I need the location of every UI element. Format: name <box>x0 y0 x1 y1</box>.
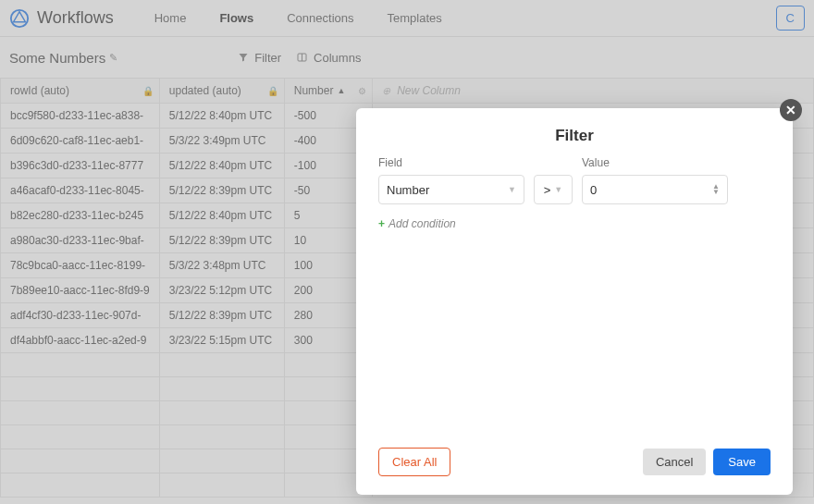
chevron-down-icon: ▼ <box>508 185 516 194</box>
field-select-value: Number <box>387 183 429 197</box>
filter-condition-row: Field Number ▼ > ▼ Value 0 ▲▼ <box>378 156 771 204</box>
modal-body: Field Number ▼ > ▼ Value 0 ▲▼ <box>356 156 793 433</box>
close-icon[interactable]: ✕ <box>780 99 802 121</box>
add-condition-label: Add condition <box>388 217 456 230</box>
save-button[interactable]: Save <box>713 449 771 475</box>
filter-modal: ✕ Filter Field Number ▼ > ▼ Value <box>356 108 793 495</box>
value-input[interactable]: 0 ▲▼ <box>582 175 728 204</box>
clear-all-button[interactable]: Clear All <box>378 448 450 476</box>
value-label: Value <box>582 156 728 169</box>
operator-select[interactable]: > ▼ <box>534 175 573 204</box>
operator-value: > <box>544 183 551 197</box>
add-condition-button[interactable]: + Add condition <box>378 217 771 230</box>
field-label: Field <box>378 156 524 169</box>
field-select[interactable]: Number ▼ <box>378 175 524 204</box>
chevron-down-icon: ▼ <box>554 185 562 194</box>
plus-icon: + <box>378 217 385 230</box>
cancel-button[interactable]: Cancel <box>643 449 706 475</box>
modal-footer: Clear All Cancel Save <box>356 433 793 495</box>
value-input-value: 0 <box>590 183 597 197</box>
number-stepper-icon[interactable]: ▲▼ <box>712 184 720 195</box>
modal-title: Filter <box>356 108 793 156</box>
